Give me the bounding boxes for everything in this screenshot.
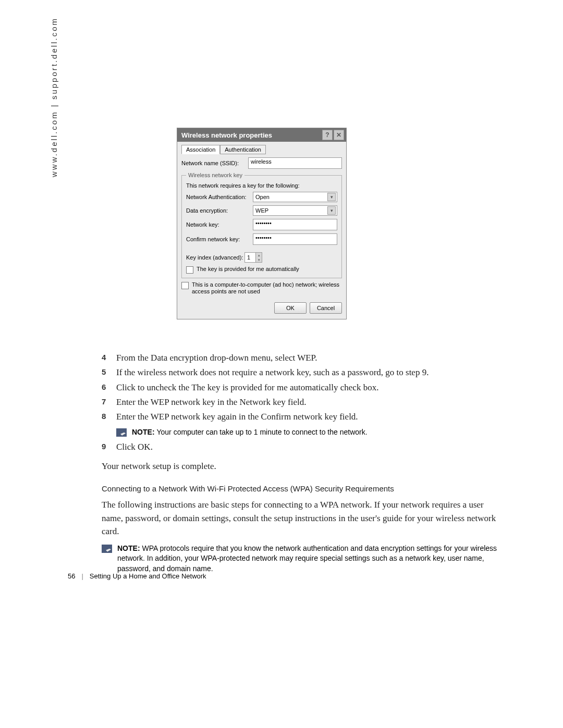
wireless-properties-dialog: Wireless network properties ? ✕ Associat… <box>177 128 347 319</box>
note-1: NOTE: Your computer can take up to 1 min… <box>116 427 504 438</box>
wireless-key-legend: Wireless network key <box>186 172 244 178</box>
enc-select[interactable]: WEP ▾ <box>253 205 337 216</box>
key-label: Network key: <box>186 221 253 228</box>
adhoc-label: This is a computer-to-computer (ad hoc) … <box>192 281 342 295</box>
ok-button[interactable]: OK <box>274 302 307 314</box>
complete-text: Your network setup is complete. <box>102 460 504 473</box>
key-input[interactable]: •••••••• <box>253 219 337 230</box>
sidebar-url-text: www.dell.com | support.dell.com <box>50 17 58 177</box>
enc-label: Data encryption: <box>186 207 253 214</box>
cancel-button[interactable]: Cancel <box>310 302 342 314</box>
adhoc-checkbox[interactable] <box>181 282 189 289</box>
note-2: NOTE: WPA protocols require that you kno… <box>102 544 504 574</box>
dialog-title: Wireless network properties <box>181 131 272 139</box>
ssid-label: Network name (SSID): <box>181 160 248 166</box>
chevron-down-icon: ▾ <box>327 193 336 201</box>
page-footer: 56 | Setting Up a Home and Office Networ… <box>68 572 206 580</box>
dialog-titlebar: Wireless network properties ? ✕ <box>177 128 346 142</box>
wireless-key-group: Wireless network key This network requir… <box>181 172 342 278</box>
step-5: 5If the wireless network does not requir… <box>102 366 504 379</box>
step-8: 8Enter the WEP network key again in the … <box>102 410 504 424</box>
page-number: 56 <box>68 572 75 580</box>
wpa-subhead: Connecting to a Network With Wi-Fi Prote… <box>102 484 504 493</box>
step-7: 7Enter the WEP network key in the Networ… <box>102 396 504 409</box>
keyindex-spinner[interactable]: 1 ▴▾ <box>244 252 262 263</box>
tab-authentication[interactable]: Authentication <box>220 145 266 154</box>
note-icon <box>102 545 112 553</box>
step-6: 6Click to uncheck the The key is provide… <box>102 381 504 394</box>
keyindex-label: Key index (advanced): <box>186 254 244 261</box>
tab-association[interactable]: Association <box>181 145 220 154</box>
auth-label: Network Authentication: <box>186 194 253 200</box>
auto-key-label: The key is provided for me automatically <box>197 266 299 273</box>
close-icon[interactable]: ✕ <box>334 130 344 140</box>
help-icon[interactable]: ? <box>322 130 333 140</box>
step-4: 4From the Data encryption drop-down menu… <box>102 351 504 365</box>
page-content: 4From the Data encryption drop-down menu… <box>102 350 504 577</box>
chevron-down-icon: ▾ <box>327 206 336 215</box>
footer-divider: | <box>81 572 83 580</box>
dialog-tabs: Association Authentication <box>181 145 342 154</box>
ssid-input[interactable]: wireless <box>248 157 342 169</box>
sidebar-url: www.dell.com | support.dell.com <box>50 17 58 177</box>
spinner-down-icon[interactable]: ▾ <box>255 257 262 262</box>
wpa-para: The following instructions are basic ste… <box>102 498 504 538</box>
confirm-key-label: Confirm network key: <box>186 236 253 242</box>
auto-key-checkbox[interactable] <box>186 266 193 274</box>
group-desc: This network requires a key for the foll… <box>186 182 337 189</box>
spinner-up-icon[interactable]: ▴ <box>255 253 262 257</box>
step-9: 9Click OK. <box>102 440 504 454</box>
confirm-key-input[interactable]: •••••••• <box>253 233 337 245</box>
section-title: Setting Up a Home and Office Network <box>90 572 206 580</box>
note-icon <box>116 428 127 437</box>
auth-select[interactable]: Open ▾ <box>253 192 337 202</box>
